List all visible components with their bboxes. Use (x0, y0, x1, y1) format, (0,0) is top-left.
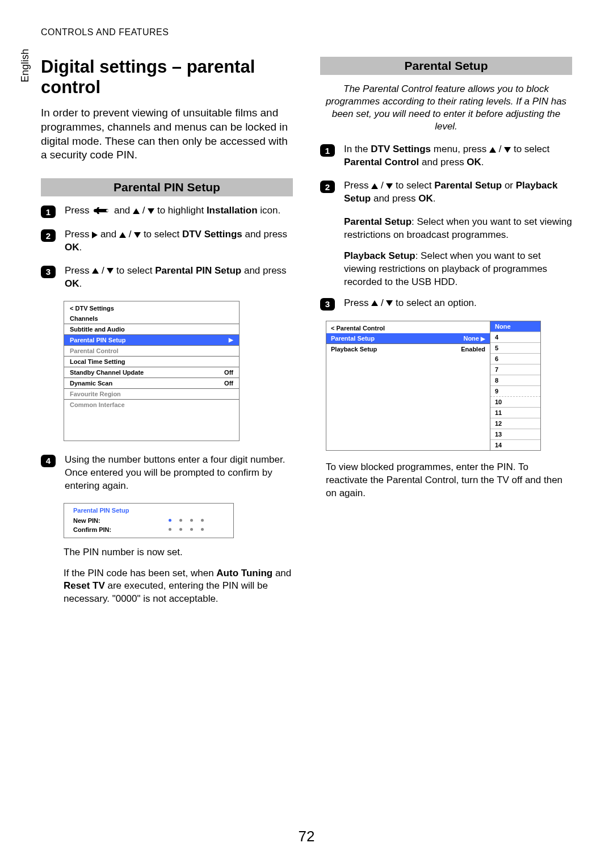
rating-option-selected: None (490, 321, 540, 332)
rating-option: 8 (490, 375, 540, 386)
menu-item: Parental Control (64, 346, 239, 357)
step-3: 3 Press / to select Parental PIN Setup a… (41, 265, 293, 291)
step-text-bold: OK (65, 278, 79, 289)
step-3-right: 3 Press / to select an option. (320, 297, 572, 311)
step-text-bold: OK (65, 242, 79, 253)
step-text: to select (114, 265, 155, 276)
page-number: 72 (0, 828, 613, 845)
rating-option: 14 (490, 440, 540, 450)
dtv-settings-menu: < DTV Settings Channels Subtitle and Aud… (64, 301, 240, 441)
up-arrow-icon (489, 147, 496, 153)
menu-item: Standby Channel UpdateOff (64, 367, 239, 378)
menu-item: Favourite Region (64, 389, 239, 400)
new-pin-label: New PIN: (73, 517, 164, 524)
step-text-bold: Installation (207, 205, 258, 216)
step-1: 1 Press and / to highlight Installation … (41, 204, 293, 218)
playback-setup-description: Playback Setup: Select when you want to … (344, 250, 572, 289)
menu-item-selected: Parental PIN Setup▶ (64, 335, 239, 346)
menu-item: Channels (64, 313, 239, 324)
menu-item: Dynamic ScanOff (64, 378, 239, 389)
menu-item-selected: Parental Setup None ▶ (326, 333, 490, 344)
up-arrow-icon (119, 232, 126, 238)
step-number-icon: 4 (41, 455, 56, 467)
up-arrow-icon (371, 300, 378, 306)
note-blocked-programmes: To view blocked programmes, enter the PI… (326, 461, 572, 500)
step-number-icon: 2 (320, 181, 335, 193)
rating-option: 13 (490, 429, 540, 440)
right-arrow-icon (92, 232, 98, 238)
note-pin-set: The PIN number is now set. (64, 546, 293, 559)
step-number-icon: 3 (320, 298, 335, 311)
rating-option: 12 (490, 418, 540, 429)
step-text: . (79, 242, 82, 253)
menu-item: Local Time Setting (64, 357, 239, 367)
down-arrow-icon (386, 183, 393, 189)
up-arrow-icon (371, 183, 378, 189)
menu-item: Common Interface (64, 400, 239, 410)
step-4: 4 Using the number buttons enter a four … (41, 454, 293, 493)
step-number-icon: 2 (41, 229, 56, 242)
section-intro: The Parental Control feature allows you … (320, 83, 572, 133)
step-number-icon: 1 (41, 206, 56, 218)
step-text: icon. (258, 205, 281, 216)
section-heading-pin: Parental PIN Setup (41, 178, 293, 196)
note-pin-required: If the PIN code has been set, when Auto … (64, 567, 293, 606)
svg-point-0 (106, 209, 108, 212)
right-column: Parental Setup The Parental Control feat… (320, 57, 572, 614)
settings-spanner-icon (92, 205, 114, 216)
down-arrow-icon (148, 208, 154, 214)
rating-option: 6 (490, 354, 540, 364)
rating-option: 9 (490, 386, 540, 397)
step-text: Press (65, 205, 92, 216)
parental-control-menu: < Parental Control Parental Setup None ▶… (326, 321, 572, 451)
rating-option: 10 (490, 397, 540, 408)
pin-setup-box: Parental PIN Setup New PIN: Confirm PIN: (64, 503, 234, 538)
step-text: Press (65, 265, 92, 276)
step-text-bold: DTV Settings (182, 229, 242, 240)
menu-breadcrumb: < DTV Settings (64, 301, 239, 313)
step-text: to highlight (157, 205, 207, 216)
parental-setup-description: Parental Setup: Select when you want to … (344, 216, 572, 242)
up-arrow-icon (133, 208, 140, 214)
down-arrow-icon (107, 268, 114, 274)
step-number-icon: 3 (41, 266, 56, 278)
step-text: . (79, 278, 82, 289)
menu-breadcrumb: < Parental Control (326, 321, 490, 333)
page-title: Digital settings – parental control (41, 57, 293, 97)
down-arrow-icon (134, 232, 141, 238)
step-text-bold: Parental PIN Setup (155, 265, 241, 276)
chevron-right-icon: ▶ (229, 337, 233, 343)
up-arrow-icon (92, 268, 99, 274)
step-text: and press (241, 265, 286, 276)
step-text: and (114, 205, 133, 216)
menu-item: Subtitle and Audio (64, 324, 239, 335)
rating-option: 7 (490, 364, 540, 375)
menu-item: Playback SetupEnabled (326, 344, 490, 354)
confirm-pin-label: Confirm PIN: (73, 526, 164, 533)
step-text: to select (141, 229, 182, 240)
intro-paragraph: In order to prevent viewing of unsuitabl… (41, 106, 293, 162)
step-text: and press (242, 229, 287, 240)
rating-option: 11 (490, 408, 540, 418)
rating-dropdown: None 4 5 6 7 8 9 10 11 12 13 14 (490, 321, 541, 451)
left-column: Digital settings – parental control In o… (41, 57, 293, 614)
pin-dots (169, 528, 204, 531)
pin-dots (169, 519, 204, 522)
chevron-right-icon: ▶ (481, 336, 485, 342)
rating-option: 4 (490, 332, 540, 343)
section-header: CONTROLS AND FEATURES (41, 27, 572, 37)
pin-box-title: Parental PIN Setup (64, 506, 233, 516)
step-1-right: 1 In the DTV Settings menu, press / to s… (320, 143, 572, 169)
language-tab: English (19, 49, 31, 82)
step-text: Using the number buttons enter a four di… (65, 454, 293, 493)
step-2-right: 2 Press / to select Parental Setup or Pl… (320, 179, 572, 206)
step-2: 2 Press and / to select DTV Settings and… (41, 228, 293, 254)
section-heading-parental-setup: Parental Setup (320, 57, 572, 75)
down-arrow-icon (504, 147, 511, 153)
rating-option: 5 (490, 343, 540, 354)
step-number-icon: 1 (320, 144, 335, 157)
down-arrow-icon (386, 300, 393, 306)
step-text: and (98, 229, 119, 240)
step-text: Press (65, 229, 92, 240)
